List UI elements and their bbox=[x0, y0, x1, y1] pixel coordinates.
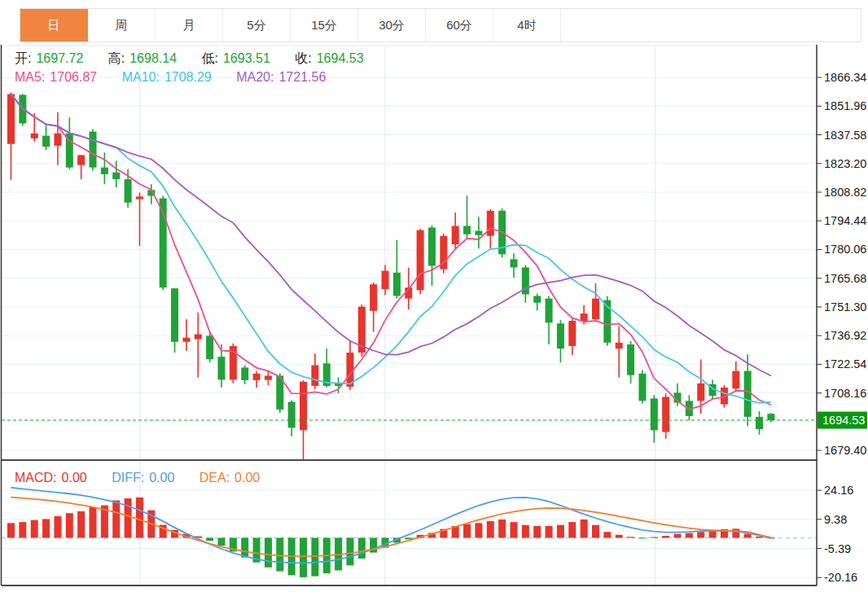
high-value: 1698.14 bbox=[129, 51, 177, 65]
open-label: 开: bbox=[15, 51, 31, 65]
svg-text:1679.40: 1679.40 bbox=[824, 444, 866, 457]
ma10-line bbox=[11, 94, 771, 402]
tab-30min[interactable]: 30分 bbox=[358, 9, 426, 42]
svg-text:24.16: 24.16 bbox=[824, 484, 853, 497]
ma5-line bbox=[11, 94, 771, 409]
high-label: 高: bbox=[108, 51, 125, 65]
price-axis: 1866.341851.961837.581823.201808.821794.… bbox=[817, 71, 866, 457]
macd-axis: 24.169.38-5.39-20.16 bbox=[817, 484, 857, 584]
ohlc-legend: 开:1697.72 高:1698.14 低:1693.51 收:1694.53 bbox=[15, 50, 369, 68]
svg-text:1694.53: 1694.53 bbox=[822, 414, 865, 427]
current-price-tag: 1694.53 bbox=[818, 412, 867, 429]
svg-text:-20.16: -20.16 bbox=[824, 571, 857, 584]
low-label: 低: bbox=[202, 51, 218, 65]
svg-text:9.38: 9.38 bbox=[824, 513, 847, 526]
candlestick-chart[interactable]: 1866.341851.961837.581823.201808.821794.… bbox=[0, 45, 868, 592]
macd-value: 0.00 bbox=[62, 471, 87, 485]
svg-text:1866.34: 1866.34 bbox=[824, 71, 866, 84]
svg-text:1823.20: 1823.20 bbox=[824, 157, 866, 170]
ma20-label: MA20: bbox=[236, 70, 274, 84]
tab-4hour[interactable]: 4时 bbox=[493, 9, 561, 42]
svg-text:1751.30: 1751.30 bbox=[824, 300, 866, 314]
ma10-value: 1708.29 bbox=[164, 70, 212, 84]
tab-day[interactable]: 日 bbox=[20, 9, 88, 42]
tab-15min[interactable]: 15分 bbox=[291, 9, 358, 42]
svg-text:1794.44: 1794.44 bbox=[824, 214, 866, 227]
low-value: 1693.51 bbox=[223, 51, 270, 65]
tab-60min[interactable]: 60分 bbox=[426, 9, 493, 42]
ma5-label: MA5: bbox=[15, 70, 45, 84]
svg-text:1851.96: 1851.96 bbox=[824, 99, 866, 112]
macd-label: MACD: bbox=[15, 471, 57, 485]
diff-label: DIFF: bbox=[112, 471, 144, 485]
diff-value: 0.00 bbox=[149, 471, 174, 485]
tab-week[interactable]: 周 bbox=[88, 9, 156, 42]
svg-text:1765.68: 1765.68 bbox=[824, 272, 866, 285]
svg-text:1736.92: 1736.92 bbox=[824, 329, 866, 342]
svg-text:1837.58: 1837.58 bbox=[824, 129, 866, 142]
svg-text:1780.06: 1780.06 bbox=[824, 243, 866, 256]
candles-layer bbox=[7, 93, 774, 459]
ma-legend: MA5:1706.87 MA10:1708.29 MA20:1721.56 bbox=[15, 70, 331, 85]
svg-text:-5.39: -5.39 bbox=[824, 542, 851, 555]
tab-5min[interactable]: 5分 bbox=[223, 9, 291, 42]
macd-legend: MACD:0.00 DIFF:0.00 DEA:0.00 bbox=[15, 471, 265, 485]
ma20-line bbox=[11, 94, 771, 375]
dea-label: DEA: bbox=[199, 471, 230, 485]
tab-month[interactable]: 月 bbox=[156, 9, 223, 42]
open-value: 1697.72 bbox=[36, 51, 83, 65]
dea-value: 0.00 bbox=[235, 471, 260, 485]
close-value: 1694.53 bbox=[317, 51, 364, 65]
svg-text:1722.54: 1722.54 bbox=[824, 357, 866, 371]
timeframe-tabbar: 日 周 月 5分 15分 30分 60分 4时 bbox=[20, 8, 861, 42]
svg-text:1708.16: 1708.16 bbox=[824, 387, 866, 400]
close-label: 收: bbox=[295, 51, 311, 65]
ma10-label: MA10: bbox=[122, 70, 160, 84]
ma5-value: 1706.87 bbox=[50, 70, 97, 84]
ma20-value: 1721.56 bbox=[278, 70, 326, 84]
svg-text:1808.82: 1808.82 bbox=[824, 186, 866, 199]
